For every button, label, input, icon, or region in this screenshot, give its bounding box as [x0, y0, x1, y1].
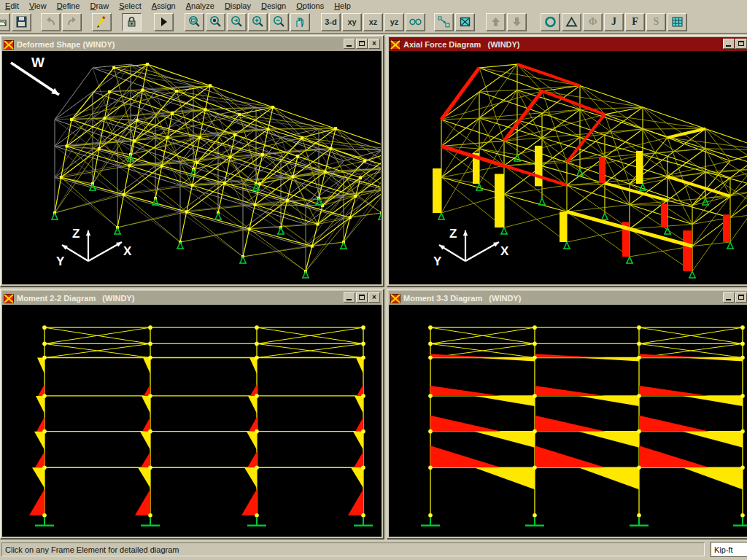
minimize-button[interactable] — [723, 292, 735, 303]
shrink-elements-button[interactable] — [434, 13, 454, 31]
table-icon — [670, 15, 684, 28]
minimize-button[interactable] — [344, 292, 355, 303]
zoom-prev-icon — [230, 15, 244, 28]
zoom-previous-button[interactable] — [227, 13, 247, 31]
zoom-out-button[interactable] — [269, 13, 289, 31]
window-moment-22: Moment 2-2 Diagram (WINDY) × — [0, 289, 384, 540]
maximize-button[interactable] — [356, 39, 368, 49]
window-axial-force: Axial Force Diagram (WINDY) × ZXY — [387, 35, 747, 287]
triangle-icon — [565, 15, 578, 28]
draw-mode-button[interactable] — [92, 13, 112, 31]
perspective-toggle-button[interactable] — [406, 13, 425, 31]
view-yz-button[interactable]: yz — [384, 13, 404, 31]
play-icon — [157, 15, 171, 28]
app-icon — [4, 39, 14, 49]
arrow-down-icon — [510, 15, 524, 28]
show-shell-stresses-label: S — [654, 16, 659, 28]
status-message: Click on any Frame Element for detailed … — [1, 542, 705, 556]
titlebar-deformed-shape[interactable]: Deformed Shape (WINDY) × — [2, 37, 382, 51]
zoom-full-button[interactable] — [206, 13, 225, 31]
view-xy-button[interactable]: xy — [342, 13, 362, 31]
view-xy-label: xy — [347, 18, 356, 26]
pan-button[interactable] — [290, 13, 310, 31]
menu-edit[interactable]: Edit — [0, 1, 24, 11]
view-xz-button[interactable]: xz — [363, 13, 383, 31]
maximize-button[interactable] — [735, 292, 747, 303]
floppy-icon — [15, 15, 28, 28]
zoom-in-button[interactable] — [248, 13, 268, 31]
arrow-up-icon — [489, 15, 503, 28]
minimize-button[interactable] — [344, 39, 355, 49]
redo-icon — [65, 15, 79, 28]
show-output-tables-button[interactable] — [667, 13, 687, 31]
menu-view[interactable]: View — [24, 1, 52, 11]
show-shell-stresses-button: S — [646, 13, 666, 31]
viewport-deformed-shape[interactable]: WZXY — [2, 51, 382, 284]
save-model-button[interactable] — [12, 13, 31, 31]
window-title: Axial Force Diagram (WINDY) — [403, 40, 520, 49]
zoom-rect-icon — [187, 15, 201, 28]
maximize-button[interactable] — [356, 292, 368, 303]
zoom-in-icon — [251, 15, 265, 28]
view-3d-button[interactable]: 3-d — [321, 13, 341, 31]
show-static-deformed-button[interactable] — [562, 13, 581, 31]
units-dropdown[interactable]: Kip-ft — [711, 542, 747, 557]
open-model-button[interactable] — [0, 13, 10, 31]
show-element-forces-button[interactable]: F — [625, 13, 645, 31]
window-title: Moment 3-3 Diagram (WINDY) — [403, 294, 521, 303]
app-icon — [390, 293, 400, 303]
svg-text:Z: Z — [449, 227, 457, 241]
maximize-button[interactable] — [735, 39, 747, 49]
glasses-icon — [409, 15, 422, 28]
pencil-icon — [95, 15, 109, 28]
show-undeformed-shape-button[interactable] — [541, 13, 560, 31]
zoom-full-icon — [209, 15, 222, 28]
undo-button — [41, 13, 61, 31]
menu-draw[interactable]: Draw — [85, 1, 114, 11]
svg-text:Y: Y — [433, 254, 442, 268]
status-bar: Click on any Frame Element for detailed … — [0, 540, 747, 560]
lock-model-button[interactable] — [122, 13, 142, 31]
window-title: Moment 2-2 Diagram (WINDY) — [17, 294, 134, 303]
titlebar-axial-force[interactable]: Axial Force Diagram (WINDY) × — [389, 37, 747, 51]
close-button[interactable]: × — [368, 39, 380, 49]
ring-icon — [543, 15, 557, 28]
menu-assign[interactable]: Assign — [147, 1, 181, 11]
viewport-axial-force[interactable]: ZXY — [389, 51, 747, 284]
run-analysis-button[interactable] — [154, 13, 174, 31]
svg-text:X: X — [500, 244, 509, 258]
window-title: Deformed Shape (WINDY) — [17, 40, 115, 49]
show-joint-reactions-button[interactable]: J — [604, 13, 624, 31]
menu-bar: EditViewDefineDrawSelectAssignAnalyzeDis… — [0, 0, 747, 11]
undo-icon — [44, 15, 58, 28]
menu-display[interactable]: Display — [220, 1, 256, 11]
show-joint-reactions-label: J — [611, 16, 616, 28]
move-up-in-list-button — [486, 13, 506, 31]
svg-text:X: X — [123, 244, 132, 258]
show-mode-shape-label: Φ — [589, 16, 597, 28]
menu-analyze[interactable]: Analyze — [181, 1, 220, 11]
folder-icon — [0, 15, 7, 28]
window-deformed-shape: Deformed Shape (WINDY) × WZXY — [0, 35, 384, 287]
viewport-moment-22[interactable] — [2, 305, 382, 537]
minimize-button[interactable] — [723, 39, 735, 49]
set-elements-button[interactable] — [455, 13, 475, 31]
view-xz-label: xz — [369, 18, 378, 26]
menu-define[interactable]: Define — [52, 1, 85, 11]
move-down-in-list-button — [507, 13, 527, 31]
menu-help[interactable]: Help — [329, 1, 356, 11]
menu-options[interactable]: Options — [291, 1, 329, 11]
menu-design[interactable]: Design — [256, 1, 291, 11]
titlebar-moment-22[interactable]: Moment 2-2 Diagram (WINDY) × — [2, 291, 382, 305]
menu-select[interactable]: Select — [114, 1, 147, 11]
shrink-icon — [437, 15, 451, 28]
close-button[interactable]: × — [368, 292, 380, 303]
zoom-window-button[interactable] — [185, 13, 204, 31]
svg-text:Y: Y — [56, 254, 65, 268]
titlebar-moment-33[interactable]: Moment 3-3 Diagram (WINDY) × — [389, 291, 747, 305]
viewport-moment-33[interactable] — [389, 305, 747, 537]
app-icon — [4, 293, 14, 303]
app-icon — [390, 39, 400, 49]
lock-icon — [125, 15, 139, 28]
hand-icon — [293, 15, 307, 28]
